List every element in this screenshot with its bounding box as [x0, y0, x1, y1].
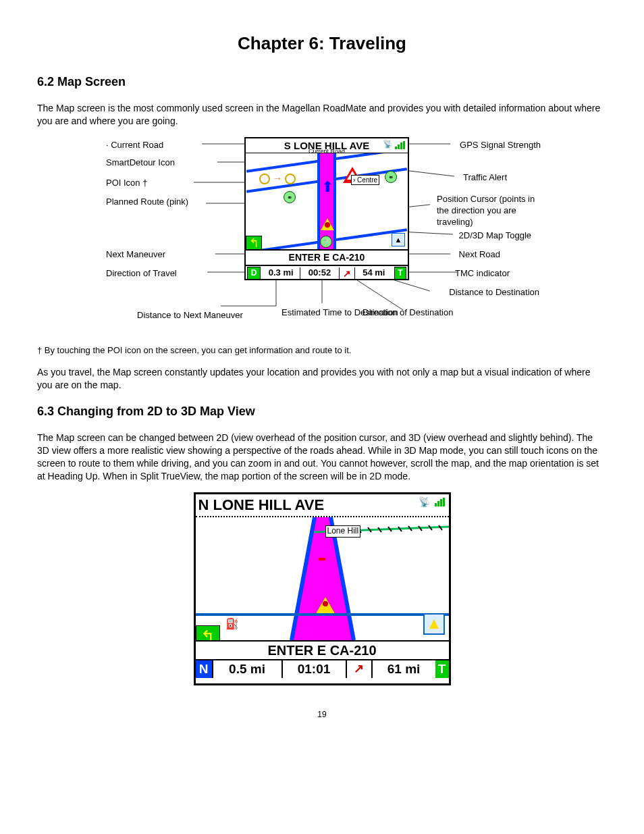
poi-footnote: † By touching the POI icon on the screen…: [37, 345, 607, 357]
paragraph-6-3: The Map screen can be changed between 2D…: [37, 432, 607, 483]
section-heading-6-2: 6.2 Map Screen: [37, 74, 607, 90]
paragraph-6-2-intro: The Map screen is the most commonly used…: [37, 102, 607, 128]
section-heading-6-3: 6.3 Changing from 2D to 3D Map View: [37, 404, 607, 419]
map-3d-diagram: N LONE HILL AVE 📡: [37, 492, 607, 685]
chapter-title: Chapter 6: Traveling: [37, 32, 607, 55]
smartdetour-icon: →: [259, 172, 296, 184]
gps-screen-2d: S LONE HILL AVE Current Road 📡 ⬆ → ⚭: [244, 137, 409, 280]
tmc-indicator-box: T: [393, 267, 408, 280]
distance-destination-text: 54 mi: [355, 267, 393, 279]
poi-icon-2: ⚭: [385, 171, 397, 183]
2d-3d-toggle-icon: ▲: [392, 233, 405, 246]
destination-direction-icon: ↗: [340, 267, 355, 280]
distance-next-maneuver-text: 0.5 mi: [213, 660, 283, 678]
page-number: 19: [37, 710, 607, 721]
direction-of-travel-box: N: [196, 660, 213, 678]
svg-line-9: [353, 278, 403, 310]
distance-next-maneuver-text: 0.3 mi: [262, 267, 300, 279]
gps-screen-3d: N LONE HILL AVE 📡: [194, 492, 451, 685]
route-arrow-icon: ⬆: [321, 178, 333, 197]
satellite-icon: 📡: [419, 496, 430, 508]
gas-station-icon: ⛽: [225, 617, 239, 631]
eta-text: 01:01: [283, 660, 347, 678]
paragraph-6-2-update: As you travel, the Map screen constantly…: [37, 366, 607, 392]
gps-signal-icon: [435, 498, 445, 506]
map-screen-diagram: · Current Road SmartDetour Icon POI Icon…: [37, 137, 607, 340]
poi-icon: ⚭: [284, 191, 296, 203]
destination-direction-icon: ↗: [347, 660, 373, 678]
satellite-icon: 📡: [383, 139, 393, 150]
direction-of-travel-box: D: [246, 267, 262, 280]
eta-text: 00:52: [300, 267, 339, 279]
gps2-current-road-text: N LONE HILL AVE: [198, 496, 325, 513]
2d-3d-toggle-icon: [423, 613, 445, 635]
svg-rect-34: [319, 558, 325, 561]
next-road-bar: ENTER E CA-210: [246, 249, 408, 265]
next-road-bar: ENTER E CA-210: [196, 640, 449, 660]
position-cursor-icon: [321, 218, 334, 230]
distance-destination-text: 61 mi: [373, 660, 435, 678]
gps-signal-icon: [395, 141, 405, 149]
street-label-centre: › Centre: [351, 175, 379, 185]
tmc-indicator-box: T: [435, 660, 449, 678]
street-label-lonehill: Lone Hill: [325, 525, 361, 538]
position-cursor-icon: [316, 597, 335, 613]
